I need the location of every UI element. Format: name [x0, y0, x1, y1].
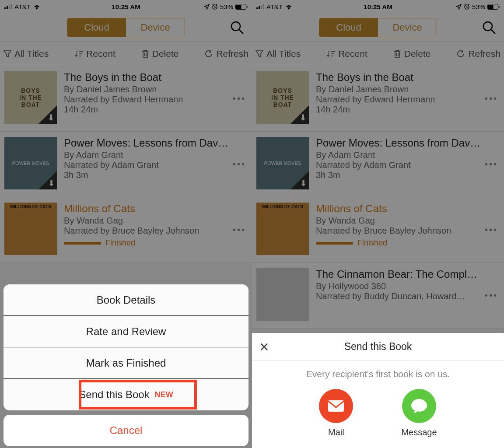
share-title: Send this Book [344, 341, 412, 353]
svg-line-19 [491, 30, 495, 34]
clock-label: 10:25 AM [112, 3, 140, 10]
book-title: Power Moves: Lessons from Dav… [64, 137, 231, 149]
book-row[interactable]: POWER MOVES ⬇ Power Moves: Lessons from … [252, 132, 504, 197]
book-cover [256, 268, 309, 321]
download-icon: ⬇ [48, 178, 55, 188]
book-row[interactable]: MILLIONS OF CATS Millions of Cats By Wan… [252, 197, 504, 263]
action-mark-finished[interactable]: Mark as Finished [4, 347, 248, 379]
book-cover: BOYS IN THE BOAT ⬇ [4, 71, 57, 124]
action-sheet: Book Details Rate and Review Mark as Fin… [4, 284, 248, 446]
status-bar: AT&T 10:25 AM 53% [0, 0, 252, 13]
more-icon[interactable]: ••• [231, 225, 248, 235]
book-row[interactable]: POWER MOVES ⬇ Power Moves: Lessons from … [0, 132, 252, 197]
sort-recent[interactable]: Recent [74, 49, 116, 59]
svg-rect-0 [4, 7, 6, 9]
cloud-device-toggle[interactable]: Cloud Device [319, 18, 437, 37]
svg-point-18 [483, 22, 492, 31]
more-icon[interactable]: ••• [231, 94, 248, 104]
book-row[interactable]: The Cinnamon Bear: The Compl… By Hollywo… [252, 263, 504, 329]
svg-rect-13 [263, 4, 264, 9]
library-header: Cloud Device [252, 13, 504, 42]
book-narrator: Narrated by Edward Herrmann [316, 94, 483, 105]
battery-icon [235, 4, 248, 10]
mail-label: Mail [328, 427, 344, 438]
cover-text: MILLIONS OF CATS [6, 204, 55, 209]
book-duration: 3h 3m [316, 170, 483, 180]
device-tab[interactable]: Device [378, 18, 437, 37]
alarm-icon [464, 4, 470, 10]
new-badge: NEW [155, 390, 173, 399]
carrier-label: AT&T [266, 3, 283, 10]
battery-label: 53% [472, 3, 485, 10]
sort-recent[interactable]: Recent [326, 49, 368, 59]
book-row[interactable]: BOYS IN THE BOAT ⬇ The Boys in the Boat … [0, 66, 252, 132]
book-narrator: Narrated by Adam Grant [316, 160, 483, 170]
filter-toolbar: All Titles Recent Delete Refresh [252, 42, 504, 66]
refresh-label: Refresh [216, 49, 248, 59]
location-icon [456, 4, 462, 10]
cover-text: POWER MOVES [264, 161, 301, 166]
progress-bar [316, 242, 353, 245]
more-icon[interactable]: ••• [483, 159, 500, 169]
alarm-icon [212, 4, 218, 10]
cover-text: POWER MOVES [12, 161, 49, 166]
refresh-button[interactable]: Refresh [204, 49, 248, 59]
device-tab[interactable]: Device [126, 18, 185, 37]
book-duration: 14h 24m [316, 105, 483, 115]
book-author: By Daniel James Brown [316, 84, 483, 94]
delete-button[interactable]: Delete [141, 49, 179, 59]
finished-label: Finished [357, 238, 387, 248]
refresh-label: Refresh [468, 49, 500, 59]
close-icon[interactable]: ✕ [259, 340, 269, 354]
recent-label: Recent [338, 49, 368, 59]
action-send-book[interactable]: Send this Book NEW [4, 379, 248, 410]
book-list: BOYS IN THE BOAT ⬇ The Boys in the Boat … [252, 66, 504, 329]
filter-all-titles[interactable]: All Titles [4, 49, 49, 59]
message-icon [402, 389, 436, 423]
cover-text: BOYS IN THE BOAT [271, 87, 294, 108]
wifi-icon [285, 4, 293, 10]
more-icon[interactable]: ••• [231, 159, 248, 169]
search-icon[interactable] [482, 21, 496, 35]
action-book-details[interactable]: Book Details [4, 284, 248, 316]
download-icon: ⬇ [300, 113, 307, 122]
share-header: ✕ Send this Book [252, 333, 504, 361]
filter-all-titles[interactable]: All Titles [256, 49, 301, 59]
download-icon: ⬇ [48, 113, 55, 122]
action-rate-review[interactable]: Rate and Review [4, 316, 248, 347]
book-cover: POWER MOVES ⬇ [256, 137, 309, 189]
progress-bar [64, 242, 101, 245]
phone-right: AT&T 10:25 AM 53% Cloud Device [252, 0, 504, 448]
more-icon[interactable]: ••• [483, 225, 500, 235]
phone-left: AT&T 10:25 AM 53% Cloud Device [0, 0, 252, 448]
book-row[interactable]: BOYS IN THE BOAT ⬇ The Boys in the Boat … [252, 66, 504, 132]
delete-label: Delete [152, 49, 179, 59]
more-icon[interactable]: ••• [483, 94, 500, 104]
send-book-label: Send this Book [79, 388, 149, 401]
book-cover: MILLIONS OF CATS [4, 203, 57, 255]
svg-rect-17 [499, 6, 500, 8]
share-message[interactable]: Message [401, 389, 437, 438]
cloud-device-toggle[interactable]: Cloud Device [67, 18, 185, 37]
download-icon: ⬇ [300, 178, 307, 188]
cloud-tab[interactable]: Cloud [319, 18, 378, 37]
svg-rect-12 [261, 5, 262, 9]
delete-button[interactable]: Delete [393, 49, 431, 59]
svg-rect-10 [256, 7, 258, 9]
action-cancel[interactable]: Cancel [4, 415, 248, 446]
location-icon [204, 4, 210, 10]
book-row[interactable]: MILLIONS OF CATS Millions of Cats By Wan… [0, 197, 252, 263]
filter-toolbar: All Titles Recent Delete Refresh [0, 42, 252, 66]
more-icon[interactable]: ••• [483, 290, 500, 301]
search-icon[interactable] [230, 21, 244, 35]
book-author: By Wanda Gag [64, 216, 231, 226]
book-title: Power Moves: Lessons from Dav… [316, 137, 483, 149]
cloud-tab[interactable]: Cloud [67, 18, 126, 37]
book-narrator: Narrated by Bruce Bayley Johnson [316, 226, 483, 236]
share-mail[interactable]: Mail [319, 389, 353, 438]
book-cover: BOYS IN THE BOAT ⬇ [256, 71, 309, 124]
recent-label: Recent [86, 49, 116, 59]
refresh-button[interactable]: Refresh [456, 49, 500, 59]
mail-icon [319, 389, 353, 423]
book-cover: POWER MOVES ⬇ [4, 137, 57, 189]
